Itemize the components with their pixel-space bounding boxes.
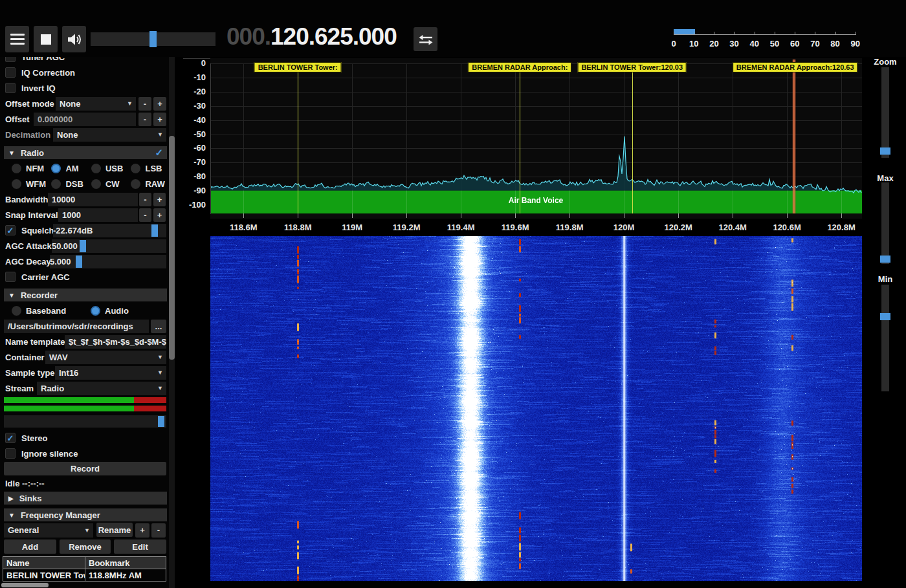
min-slider-track[interactable]: [881, 285, 889, 391]
offset-minus-button[interactable]: -: [138, 113, 151, 126]
mode-dsb[interactable]: DSB: [51, 179, 91, 189]
radio-icon[interactable]: [12, 306, 21, 316]
mode-nfm[interactable]: NFM: [12, 164, 51, 173]
mode-am[interactable]: AM: [51, 164, 91, 173]
radio-section-header[interactable]: ▼ Radio ✓: [4, 146, 167, 159]
stream-select[interactable]: Radio ▼: [37, 382, 166, 395]
recorder-volume-slider[interactable]: [4, 415, 166, 428]
squelch-checkbox[interactable]: ✓: [5, 225, 16, 235]
radio-icon[interactable]: [131, 164, 140, 173]
invert-iq-checkbox[interactable]: [5, 83, 16, 93]
volume-slider[interactable]: [91, 32, 215, 46]
zoom-slider-handle[interactable]: [880, 147, 890, 155]
mode-usb[interactable]: USB: [91, 164, 131, 173]
agc-decay-slider[interactable]: 5.000: [50, 255, 166, 268]
rec-mode-audio[interactable]: Audio: [91, 306, 129, 316]
zoom-slider-track[interactable]: [881, 67, 889, 158]
snap-plus-button[interactable]: +: [153, 208, 166, 222]
rec-mode-baseband[interactable]: Baseband: [12, 306, 91, 316]
agc-decay-slider-handle[interactable]: [76, 256, 82, 268]
bookmark-list-select[interactable]: General ▼: [4, 523, 93, 538]
name-template-input[interactable]: $t_$f_$h-$m-$s_$d-$M-$y: [65, 335, 166, 349]
browse-path-button[interactable]: ...: [151, 320, 166, 333]
remove-bookmark-button[interactable]: Remove: [60, 539, 111, 554]
bandwidth-plus-button[interactable]: +: [153, 193, 166, 206]
mode-wfm[interactable]: WFM: [12, 179, 51, 189]
squelch-slider[interactable]: -22.674dB: [53, 224, 166, 237]
radio-selected-icon[interactable]: [91, 306, 100, 316]
radio-icon[interactable]: [51, 179, 61, 189]
bookmark-label[interactable]: BREMEN RADAR Approach:: [468, 62, 571, 72]
sidebar-scrollbar-thumb[interactable]: [169, 136, 175, 360]
agc-attack-slider-handle[interactable]: [80, 240, 86, 252]
waterfall-canvas[interactable]: [210, 236, 862, 581]
frequency-manager-section-header[interactable]: ▼ Frequency Manager: [4, 508, 167, 521]
frequency-ghz-digits[interactable]: 000.: [226, 23, 271, 50]
offset-input[interactable]: 0.000000: [34, 113, 136, 126]
bookmark-column-header[interactable]: Bookmark: [85, 557, 166, 569]
table-horizontal-scrollbar[interactable]: [1, 583, 49, 587]
max-slider-handle[interactable]: [880, 256, 890, 263]
mode-raw[interactable]: RAW: [131, 179, 167, 189]
offset-mode-minus-button[interactable]: -: [138, 97, 151, 111]
decimation-select[interactable]: None ▼: [53, 128, 166, 142]
radio-icon[interactable]: [131, 179, 140, 189]
container-select[interactable]: WAV ▼: [45, 351, 166, 364]
mode-lsb[interactable]: LSB: [131, 164, 167, 173]
iq-correction-row[interactable]: IQ Correction: [0, 65, 167, 80]
invert-iq-row[interactable]: Invert IQ: [0, 80, 167, 96]
min-slider-handle[interactable]: [880, 313, 890, 320]
radio-selected-icon[interactable]: [51, 164, 61, 173]
radio-icon[interactable]: [12, 179, 21, 189]
radio-icon[interactable]: [91, 164, 101, 173]
stereo-row[interactable]: ✓ Stereo: [0, 430, 167, 446]
frequency-mhz-digits[interactable]: 120.625.000: [271, 23, 397, 50]
table-row[interactable]: BERLIN TOWER Towe 118.8MHz AM: [3, 569, 166, 582]
offset-plus-button[interactable]: +: [153, 113, 166, 126]
menu-button[interactable]: [5, 26, 29, 52]
bandwidth-input[interactable]: 10000: [48, 193, 138, 206]
squelch-slider-handle[interactable]: [151, 224, 158, 237]
snap-interval-input[interactable]: 1000: [58, 208, 138, 222]
add-list-button[interactable]: +: [135, 523, 149, 538]
module-enabled-check-icon[interactable]: ✓: [155, 147, 163, 158]
name-column-header[interactable]: Name: [3, 557, 85, 569]
mode-cw[interactable]: CW: [91, 179, 131, 189]
carrier-agc-checkbox[interactable]: [5, 272, 16, 282]
mute-button[interactable]: [62, 26, 86, 52]
swap-iq-button[interactable]: [414, 27, 437, 51]
bandwidth-minus-button[interactable]: -: [139, 193, 151, 206]
ignore-silence-checkbox[interactable]: [5, 448, 16, 459]
carrier-agc-row[interactable]: Carrier AGC: [0, 269, 167, 285]
iq-correction-checkbox[interactable]: [5, 67, 16, 78]
radio-icon[interactable]: [12, 164, 21, 173]
frequency-display[interactable]: 000.120.625.000: [226, 23, 397, 50]
offset-mode-plus-button[interactable]: +: [153, 97, 166, 111]
stereo-checkbox[interactable]: ✓: [5, 433, 16, 443]
edit-bookmark-button[interactable]: Edit: [114, 539, 166, 554]
remove-list-button[interactable]: -: [151, 523, 166, 538]
bookmark-freq-cell[interactable]: 118.8MHz AM: [85, 569, 166, 582]
sinks-section-header[interactable]: ▶ Sinks: [4, 492, 167, 505]
ignore-silence-row[interactable]: Ignore silence: [0, 446, 167, 461]
recording-path-input[interactable]: /Users/butrimov/sdr/recordings: [4, 320, 149, 333]
radio-icon[interactable]: [91, 179, 101, 189]
bookmark-name-cell[interactable]: BERLIN TOWER Towe: [3, 569, 85, 582]
recorder-section-header[interactable]: ▼ Recorder: [4, 289, 167, 301]
iq-correction-label: IQ Correction: [21, 68, 75, 78]
rename-button[interactable]: Rename: [96, 523, 133, 537]
stop-button[interactable]: [34, 26, 58, 52]
max-slider-track[interactable]: [881, 182, 889, 264]
add-bookmark-button[interactable]: Add: [4, 539, 56, 554]
offset-mode-select[interactable]: None ▼: [56, 97, 136, 111]
agc-attack-slider[interactable]: 50.000: [52, 239, 166, 253]
sample-type-select[interactable]: Int16 ▼: [55, 366, 166, 380]
spectrum-canvas[interactable]: [210, 58, 862, 219]
volume-slider-handle[interactable]: [149, 31, 157, 47]
snap-minus-button[interactable]: -: [139, 208, 151, 222]
bookmark-label[interactable]: BERLIN TOWER Tower:: [254, 62, 342, 72]
bookmark-label[interactable]: BREMEN RADAR Approach:120.63: [733, 62, 858, 72]
record-button[interactable]: Record: [4, 462, 166, 475]
bookmark-label[interactable]: BERLIN TOWER Tower:120.03: [577, 62, 687, 72]
recorder-volume-handle[interactable]: [158, 416, 164, 427]
